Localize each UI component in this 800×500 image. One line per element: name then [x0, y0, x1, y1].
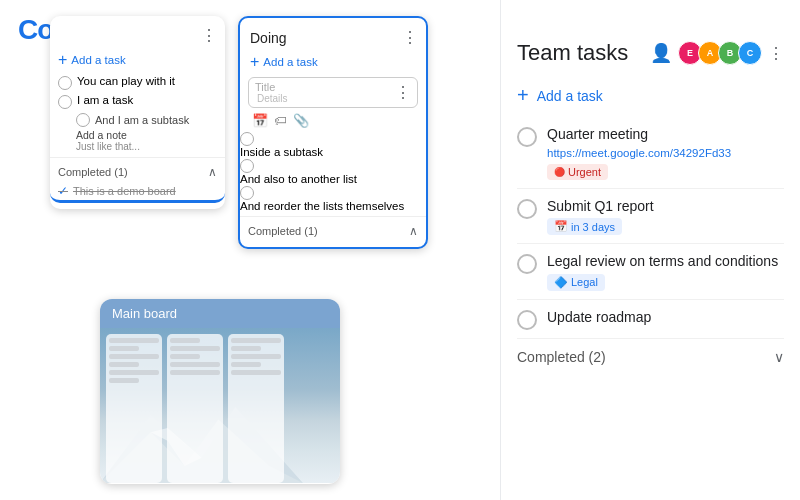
mini-item — [170, 370, 220, 375]
todo-subtask[interactable]: And I am a subtask — [50, 111, 225, 128]
task-name-3: Legal review on terms and conditions — [547, 252, 784, 270]
task-item-q1-report[interactable]: Submit Q1 report 📅 in 3 days — [517, 189, 784, 244]
mini-item — [170, 338, 200, 343]
team-tasks-header: Team tasks 👤 E A B C ⋮ — [517, 40, 784, 66]
avatar-group: E A B C — [678, 41, 762, 65]
main-board-card[interactable]: Main board — [100, 299, 340, 484]
completed-section[interactable]: Completed (2) ∨ — [517, 339, 784, 369]
doing-completed-row[interactable]: Completed (1) ∧ — [240, 221, 426, 241]
todo-task-2[interactable]: I am a task — [50, 92, 225, 111]
calendar-icon[interactable]: 📅 — [252, 113, 268, 128]
mini-item — [109, 346, 139, 351]
mini-col-3 — [228, 334, 284, 483]
task-circle-3[interactable] — [517, 254, 537, 274]
mini-item — [109, 354, 159, 359]
tag-days-2: 📅 in 3 days — [547, 218, 622, 235]
codx-co: Co — [18, 14, 53, 45]
main-board-header: Main board — [100, 299, 340, 328]
doing-input-details: Details — [255, 93, 288, 104]
todo-divider — [50, 157, 225, 158]
todo-note-sub: Just like that... — [76, 141, 140, 152]
todo-completed-task[interactable]: ✓ This is a demo board — [50, 182, 225, 203]
doing-divider — [240, 216, 426, 217]
completed-label: Completed (2) — [517, 349, 606, 365]
attachment-icon[interactable]: 📎 — [293, 113, 309, 128]
doing-add-task-row[interactable]: + Add a task — [240, 51, 426, 75]
task-link-1[interactable]: https://meet.google.com/34292Fd33 — [547, 147, 731, 159]
mini-col-1 — [106, 334, 162, 483]
todo-task-1-check[interactable] — [58, 76, 72, 90]
task-content-2: Submit Q1 report 📅 in 3 days — [547, 197, 784, 235]
doing-subtask-3-label: And reorder the lists themselves — [240, 200, 404, 212]
mini-item — [109, 362, 139, 367]
mini-item — [231, 370, 281, 375]
doing-input-menu-icon[interactable]: ⋮ — [395, 83, 411, 102]
mini-item — [170, 346, 220, 351]
todo-card: ⋮ + Add a task You can play with it I am… — [50, 16, 225, 209]
todo-completed-task-label: This is a demo board — [73, 185, 176, 197]
todo-check-icon: ✓ — [58, 184, 68, 198]
team-tasks-title: Team tasks — [517, 40, 628, 66]
todo-chevron-up-icon[interactable]: ∧ — [208, 165, 217, 179]
task-name-1: Quarter meeting — [547, 125, 784, 143]
todo-subtask-check[interactable] — [76, 113, 90, 127]
todo-task-1-label: You can play with it — [77, 75, 175, 87]
doing-subtask-1[interactable]: Inside a subtask — [240, 132, 426, 158]
mini-item — [109, 338, 159, 343]
mini-item — [231, 338, 281, 343]
task-circle-2[interactable] — [517, 199, 537, 219]
doing-subtask-2-label: And also to another list — [240, 173, 357, 185]
doing-chevron-up-icon[interactable]: ∧ — [409, 224, 418, 238]
doing-input-title: Title — [255, 81, 288, 93]
mini-item — [231, 346, 261, 351]
todo-completed-row[interactable]: Completed (1) ∧ — [50, 162, 225, 182]
task-content-4: Update roadmap — [547, 308, 784, 326]
todo-completed-label: Completed (1) — [58, 166, 128, 178]
task-circle-4[interactable] — [517, 310, 537, 330]
todo-menu-icon[interactable]: ⋮ — [201, 26, 217, 45]
doing-subtask-3-check[interactable] — [240, 186, 254, 200]
task-item-legal-review[interactable]: Legal review on terms and conditions 🔷 L… — [517, 244, 784, 299]
add-person-icon[interactable]: 👤 — [650, 42, 672, 64]
avatar-4: C — [738, 41, 762, 65]
task-content-1: Quarter meeting https://meet.google.com/… — [547, 125, 784, 180]
todo-note-label: Add a note — [76, 129, 127, 141]
team-add-task-button[interactable]: + Add a task — [517, 78, 784, 113]
team-plus-icon: + — [517, 84, 529, 107]
mini-item — [231, 354, 281, 359]
doing-plus-icon: + — [250, 53, 259, 71]
doing-subtask-3[interactable]: And reorder the lists themselves — [240, 186, 426, 212]
doing-completed-label: Completed (1) — [248, 225, 318, 237]
tag-icon[interactable]: 🏷 — [274, 113, 287, 128]
todo-note[interactable]: Add a note Just like that... — [50, 128, 225, 153]
team-tasks-menu-icon[interactable]: ⋮ — [768, 44, 784, 63]
team-add-task-label: Add a task — [537, 88, 603, 104]
todo-task-1[interactable]: You can play with it — [50, 73, 225, 92]
completed-chevron-down-icon[interactable]: ∨ — [774, 349, 784, 365]
mini-item — [170, 362, 220, 367]
doing-subtask-1-check[interactable] — [240, 132, 254, 146]
task-item-quarter-meeting[interactable]: Quarter meeting https://meet.google.com/… — [517, 117, 784, 189]
doing-input-box[interactable]: Title Details ⋮ — [248, 77, 418, 108]
mini-item — [231, 362, 261, 367]
task-circle-1[interactable] — [517, 127, 537, 147]
todo-add-task-label: Add a task — [71, 54, 125, 66]
doing-title-label: Doing — [250, 30, 287, 46]
todo-add-task-row[interactable]: + Add a task — [50, 49, 225, 73]
doing-icon-row: 📅 🏷 📎 — [240, 110, 426, 131]
todo-task-2-check[interactable] — [58, 95, 72, 109]
doing-menu-icon[interactable]: ⋮ — [402, 28, 418, 47]
task-content-3: Legal review on terms and conditions 🔷 L… — [547, 252, 784, 290]
doing-subtask-1-label: Inside a subtask — [240, 146, 323, 158]
doing-card-title: Doing ⋮ — [240, 28, 426, 51]
doing-subtask-2-check[interactable] — [240, 159, 254, 173]
todo-plus-icon: + — [58, 51, 67, 69]
task-name-4: Update roadmap — [547, 308, 784, 326]
mini-item — [109, 378, 139, 383]
main-board-title: Main board — [112, 306, 177, 321]
task-item-update-roadmap[interactable]: Update roadmap — [517, 300, 784, 339]
doing-subtask-2[interactable]: And also to another list — [240, 159, 426, 185]
mini-item — [109, 370, 159, 375]
mini-col-2 — [167, 334, 223, 483]
todo-task-2-label: I am a task — [77, 94, 133, 106]
